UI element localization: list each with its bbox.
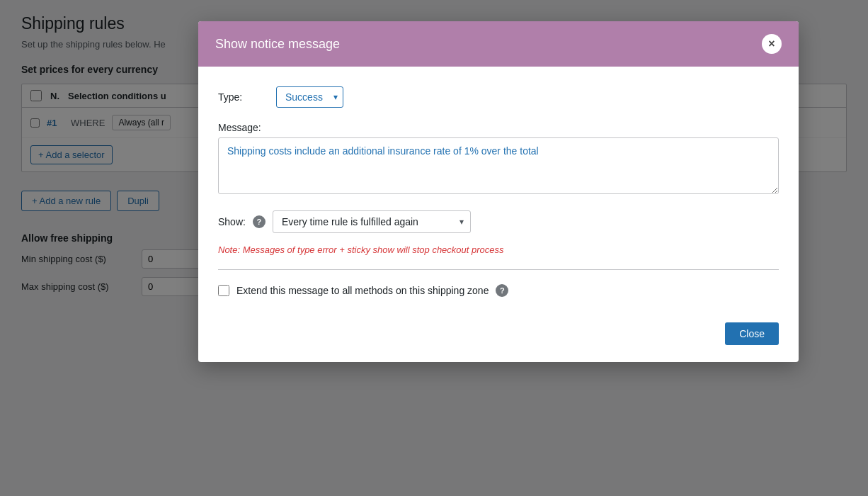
modal-close-x-button[interactable]: × <box>762 34 782 54</box>
extend-help-icon: ? <box>496 284 508 297</box>
show-row: Show: ? Every time rule is fulfilled aga… <box>218 210 779 233</box>
extend-label[interactable]: Extend this message to all methods on th… <box>236 285 489 296</box>
type-select-wrapper: Success Error Warning Info <box>276 86 343 108</box>
note-italic: Messages of type error + sticky show wil… <box>243 244 504 255</box>
type-label: Type: <box>218 91 268 103</box>
extend-row: Extend this message to all methods on th… <box>218 284 779 297</box>
note-row: Note: Messages of type error + sticky sh… <box>218 244 779 255</box>
show-select-wrapper: Every time rule is fulfilled again Once … <box>273 210 471 233</box>
show-help-icon: ? <box>253 215 265 228</box>
show-label: Show: <box>218 216 246 227</box>
message-textarea[interactable]: Shipping costs include an additional ins… <box>218 137 779 194</box>
message-label-row: Message: <box>218 122 779 133</box>
close-button[interactable]: Close <box>725 322 779 345</box>
type-row: Type: Success Error Warning Info <box>218 86 779 108</box>
modal-header: Show notice message × <box>198 21 799 67</box>
note-label: Note: <box>218 244 240 255</box>
modal-title: Show notice message <box>215 37 340 52</box>
modal-body: Type: Success Error Warning Info Message… <box>198 67 799 311</box>
show-select[interactable]: Every time rule is fulfilled again Once … <box>273 210 471 233</box>
close-button-label: Close <box>739 328 765 339</box>
message-label: Message: <box>218 122 261 133</box>
close-x-icon: × <box>768 38 775 50</box>
type-select[interactable]: Success Error Warning Info <box>276 86 343 108</box>
extend-checkbox[interactable] <box>218 285 229 296</box>
modal-divider <box>218 269 779 270</box>
show-notice-modal: Show notice message × Type: Success Erro… <box>198 21 799 362</box>
modal-footer: Close <box>198 311 799 362</box>
